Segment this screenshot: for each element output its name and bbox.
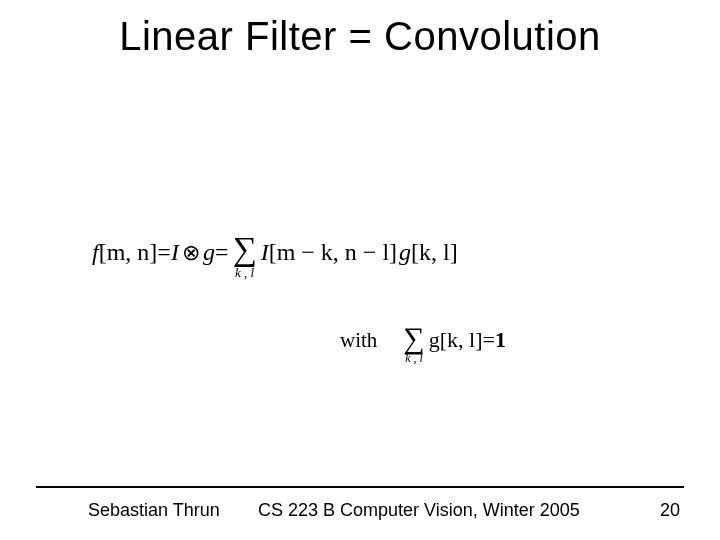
footer-page-number: 20 (660, 500, 680, 521)
slide-title: Linear Filter = Convolution (0, 14, 720, 59)
eq-I2-args: [m − k, n − l] (269, 239, 397, 266)
equation-main: f [m, n] = I ⊗ g = ∑ k , l I [m − k, n −… (92, 230, 458, 275)
footer: Sebastian Thrun CS 223 B Computer Vision… (0, 500, 720, 530)
equation-secondary: with ∑ k , l g [k, l] = 1 (340, 320, 506, 360)
eq-f: f (92, 239, 99, 266)
eq-equals-2: = (215, 239, 229, 266)
slide: Linear Filter = Convolution f [m, n] = I… (0, 0, 720, 540)
sum-subscript: k , l (235, 266, 254, 279)
eq-I: I (171, 239, 179, 266)
sigma-symbol: ∑ (232, 234, 256, 265)
eq-one: 1 (495, 327, 506, 353)
footer-author: Sebastian Thrun (88, 500, 220, 521)
eq-g: g (203, 239, 215, 266)
sum-subscript-2: k , l (405, 352, 423, 364)
sum-icon-2: ∑ k , l (403, 324, 424, 364)
eq-equals-1: = (157, 239, 171, 266)
eq-g3: g (429, 327, 440, 353)
eq-I2: I (261, 239, 269, 266)
eq-g2-args: [k, l] (411, 239, 458, 266)
with-label: with (340, 328, 377, 353)
footer-divider (36, 486, 684, 488)
eq-g2: g (399, 239, 411, 266)
otimes-icon: ⊗ (182, 240, 200, 266)
sum-icon: ∑ k , l (232, 234, 256, 279)
eq-g3-args: [k, l] (440, 327, 483, 353)
footer-course: CS 223 B Computer Vision, Winter 2005 (258, 500, 580, 521)
sigma-symbol-2: ∑ (403, 324, 424, 351)
eq-f-args: [m, n] (99, 239, 158, 266)
eq-equals-3: = (483, 327, 495, 353)
